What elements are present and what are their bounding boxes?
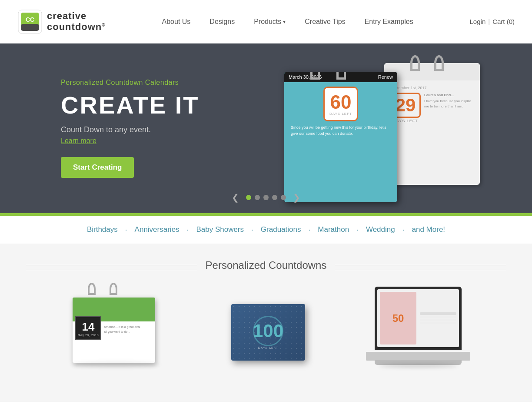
carousel-dot-4[interactable]: [272, 195, 277, 200]
product-desktop-flip: 14 May 20, 2013 Amanda... It is a great …: [44, 284, 183, 376]
prod-book-daysleft: DAYS LEFT: [258, 346, 279, 349]
logo-countdown-text: countdown®: [47, 22, 106, 32]
svg-text:CC: CC: [26, 16, 34, 23]
prod-cal1-text: Amanda... It is a great deal all you wan…: [104, 325, 141, 334]
site-header: CC creative countdown® About Us Designs …: [0, 0, 532, 43]
calendar-illustration: September 1st, 2017 29 DAYS LEFT Lauren …: [271, 54, 489, 202]
prod-laptop-right: [420, 312, 456, 324]
nav-designs[interactable]: Designs: [200, 13, 244, 30]
prod-laptop-base: [366, 352, 470, 361]
logo-icon: CC: [17, 9, 43, 34]
tags-bar: Birthdays • Anniversaries • Baby Showers…: [0, 216, 532, 244]
hero-subtitle: Personalized Countdown Calendars: [61, 79, 199, 87]
cal-back-text: Lauren and Chri... I love you because yo…: [424, 93, 474, 109]
cart-link[interactable]: Cart (0): [492, 18, 515, 25]
hero-content: Personalized Countdown Calendars CREATE …: [0, 79, 199, 178]
hero-title: CREATE IT: [61, 91, 199, 119]
product-img-desktop-flip: 14 May 20, 2013 Amanda... It is a great …: [62, 284, 166, 371]
tag-baby-showers[interactable]: Baby Showers: [188, 225, 252, 234]
main-nav: About Us Designs Products Creative Tips …: [153, 13, 423, 30]
auth-area: Login | Cart (0): [470, 18, 515, 25]
cal-front-number-box: 60 DAYS LEFT: [323, 87, 358, 121]
logo-creative-text: creative: [47, 11, 106, 21]
prod-cal1-date: May 20, 2013: [78, 334, 99, 337]
calendar-back: September 1st, 2017 29 DAYS LEFT Lauren …: [384, 63, 480, 185]
prod-book-body: 100 DAYS LEFT: [231, 304, 305, 361]
prod-laptop-screen: 50: [375, 287, 462, 350]
cal-front-text: Since you will be getting new this for y…: [289, 125, 393, 137]
calendar-front: March 30, 2016 Renew 60 DAYS LEFT Since …: [284, 72, 397, 202]
prod-laptop-number: 50: [392, 312, 404, 324]
logo-text: creative countdown®: [47, 11, 106, 32]
product-fancy-book: 100 DAYS LEFT: [196, 284, 336, 376]
tag-birthdays[interactable]: Birthdays: [79, 225, 126, 234]
carousel-dot-1[interactable]: [246, 195, 251, 200]
prod-laptop-display: 50: [377, 289, 459, 347]
tag-wedding[interactable]: Wedding: [358, 225, 403, 234]
carousel-prev[interactable]: ❮: [228, 191, 243, 204]
nav-about-us[interactable]: About Us: [153, 13, 200, 30]
products-grid: 14 May 20, 2013 Amanda... It is a great …: [26, 284, 506, 376]
carousel-dot-3[interactable]: [263, 195, 269, 200]
cal-back-date-label: September 1st, 2017: [390, 86, 474, 90]
hero-section: Personalized Countdown Calendars CREATE …: [0, 43, 532, 213]
tag-marathon[interactable]: Marathon: [310, 225, 357, 234]
prod-laptop-left: 50: [380, 292, 416, 344]
section-title: Personalized Countdowns: [197, 259, 336, 271]
product-img-fancy-book: 100 DAYS LEFT: [214, 284, 318, 371]
prod-cal1-number: 14: [82, 320, 95, 334]
prod-laptop: 50: [366, 287, 470, 369]
section-title-wrap: Personalized Countdowns: [26, 252, 506, 284]
product-img-digital: 50: [366, 284, 470, 371]
carousel-controls: ❮ ❯: [0, 191, 532, 204]
nav-products[interactable]: Products: [244, 13, 295, 30]
hero-image: September 1st, 2017 29 DAYS LEFT Lauren …: [228, 43, 532, 213]
product-digital: 50: [349, 284, 488, 376]
nav-entry-examples[interactable]: Entry Examples: [355, 13, 423, 30]
login-link[interactable]: Login: [470, 18, 486, 25]
carousel-dot-5[interactable]: [281, 195, 286, 200]
tag-anniversaries[interactable]: Anniversaries: [127, 225, 187, 234]
prod-cal1: 14 May 20, 2013 Amanda... It is a great …: [68, 289, 160, 367]
prod-laptop-shadow: [379, 364, 457, 368]
logo[interactable]: CC creative countdown®: [17, 9, 106, 34]
carousel-dot-2[interactable]: [255, 195, 260, 200]
learn-more-link[interactable]: Learn more: [61, 137, 199, 145]
auth-separator: |: [488, 18, 490, 25]
prod-book: 100 DAYS LEFT: [223, 291, 309, 365]
nav-creative-tips[interactable]: Creative Tips: [295, 13, 355, 30]
tag-and-more[interactable]: and More!: [404, 225, 453, 234]
start-creating-button[interactable]: Start Creating: [61, 157, 134, 178]
prod-book-number: 100: [253, 316, 283, 346]
hero-desc: Count Down to any event.: [61, 125, 199, 134]
products-section: Personalized Countdowns 14 May 20, 2013: [0, 244, 532, 402]
svg-rect-2: [21, 24, 39, 31]
tag-graduations[interactable]: Graduations: [253, 225, 309, 234]
carousel-next[interactable]: ❯: [289, 191, 304, 204]
